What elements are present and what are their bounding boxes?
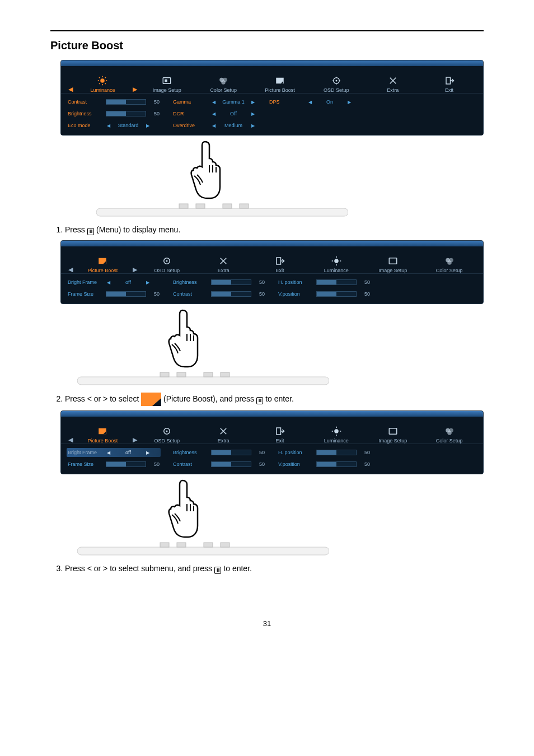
left-arrow-icon[interactable]: ◀	[211, 111, 217, 116]
svg-line-7	[99, 83, 100, 85]
right-arrow-icon[interactable]: ▶	[145, 123, 151, 128]
setting-value: 50	[360, 461, 370, 467]
tab-label: Color Setup	[210, 87, 237, 93]
svg-rect-26	[240, 204, 249, 208]
setting-value: 50	[255, 461, 265, 467]
tab-luminance[interactable]: Luminance	[308, 256, 364, 273]
nav-left-icon[interactable]: ◀	[67, 266, 74, 273]
slider[interactable]	[316, 291, 357, 297]
osd-setup-icon	[162, 426, 172, 436]
slider[interactable]	[316, 450, 357, 455]
setting-label: Frame Size	[68, 291, 102, 297]
osd-setup-icon	[331, 76, 341, 86]
tab-label: Luminance	[324, 438, 349, 444]
setting-value: 50	[149, 99, 160, 105]
setting-option: Gamma 1	[220, 99, 247, 105]
slider[interactable]	[211, 291, 251, 297]
tab-color-setup[interactable]: Color Setup	[421, 426, 477, 444]
setting-option: off	[115, 450, 142, 455]
right-arrow-icon[interactable]: ▶	[346, 100, 352, 105]
left-arrow-icon[interactable]: ◀	[106, 123, 111, 128]
osd-panel-picture-boost-selected: ◀ Picture Boost ▶ OSD Setup Extra Exit	[60, 410, 484, 474]
tab-picture-boost[interactable]: Picture Boost	[74, 426, 131, 444]
brightness-icon	[331, 426, 341, 436]
tab-extra[interactable]: Extra	[195, 426, 252, 444]
tab-luminance[interactable]: Luminance	[308, 426, 364, 444]
svg-line-8	[105, 77, 106, 78]
tab-exit[interactable]: Exit	[252, 426, 308, 444]
step-text: (Menu) to display menu.	[96, 225, 180, 234]
tab-image-setup[interactable]: Image Setup	[139, 76, 195, 93]
right-arrow-icon[interactable]: ▶	[250, 111, 256, 116]
nav-right-icon[interactable]: ▶	[131, 86, 139, 93]
nav-left-icon[interactable]: ◀	[67, 86, 74, 93]
slider[interactable]	[106, 111, 146, 116]
svg-rect-10	[165, 80, 168, 82]
slider[interactable]	[211, 450, 251, 455]
tab-osd-setup[interactable]: OSD Setup	[139, 256, 195, 273]
svg-rect-44	[221, 372, 229, 377]
setting-label: Contrast	[68, 99, 102, 105]
left-arrow-icon[interactable]: ◀	[106, 280, 111, 285]
right-arrow-icon[interactable]: ▶	[145, 280, 151, 285]
setting-label: Frame Size	[68, 461, 102, 467]
step-3: Press < or > to select submenu, and pres…	[65, 563, 484, 575]
right-arrow-icon[interactable]: ▶	[145, 450, 151, 455]
exit-icon	[275, 426, 285, 436]
tab-image-setup[interactable]: Image Setup	[364, 256, 421, 273]
tab-color-setup[interactable]: Color Setup	[195, 76, 252, 93]
tab-luminance[interactable]: Luminance	[74, 76, 131, 93]
svg-point-49	[334, 429, 339, 433]
slider[interactable]	[316, 461, 357, 467]
menu-button-icon: III	[214, 567, 222, 574]
tab-color-setup[interactable]: Color Setup	[421, 256, 477, 273]
slider[interactable]	[211, 279, 251, 285]
svg-rect-22	[96, 208, 348, 216]
slider[interactable]	[106, 291, 146, 297]
left-arrow-icon[interactable]: ◀	[211, 100, 217, 105]
left-arrow-icon[interactable]: ◀	[307, 100, 313, 105]
nav-left-icon[interactable]: ◀	[67, 436, 74, 444]
tab-label: Image Setup	[378, 268, 407, 273]
svg-rect-60	[177, 543, 186, 547]
nav-right-icon[interactable]: ▶	[131, 436, 139, 444]
svg-rect-42	[177, 372, 186, 377]
left-arrow-icon[interactable]: ◀	[211, 123, 217, 128]
tab-osd-setup[interactable]: OSD Setup	[308, 76, 364, 93]
slider[interactable]	[211, 461, 251, 467]
tab-extra[interactable]: Extra	[364, 76, 421, 93]
menu-button-icon: III	[87, 228, 95, 235]
tab-extra[interactable]: Extra	[195, 256, 252, 273]
slider[interactable]	[106, 99, 146, 105]
setting-label: Gamma	[173, 99, 208, 105]
tab-picture-boost[interactable]: Picture Boost	[252, 76, 308, 93]
svg-rect-48	[277, 428, 281, 435]
setting-label: DPS	[269, 99, 304, 105]
setting-value: 50	[360, 279, 370, 285]
svg-point-13	[221, 80, 226, 85]
right-arrow-icon[interactable]: ▶	[250, 100, 256, 105]
pointing-hand-icon	[189, 139, 223, 200]
left-arrow-icon[interactable]: ◀	[106, 450, 111, 455]
color-setup-icon	[444, 426, 455, 436]
nav-right-icon[interactable]: ▶	[131, 266, 139, 273]
hand-illustration	[60, 137, 484, 221]
tab-picture-boost[interactable]: Picture Boost	[74, 256, 131, 273]
image-setup-icon	[388, 256, 398, 266]
setting-value: 50	[255, 279, 265, 285]
tab-exit[interactable]: Exit	[252, 256, 308, 273]
slider[interactable]	[106, 461, 146, 467]
button-bar-icon	[96, 200, 348, 221]
highlighted-row[interactable]: Bright Frame◀off▶	[67, 448, 161, 457]
section-title: Picture Boost	[50, 39, 484, 52]
slider[interactable]	[316, 279, 357, 285]
tab-exit[interactable]: Exit	[421, 76, 477, 93]
setting-label: Eco mode	[68, 123, 102, 128]
tab-label: Color Setup	[436, 438, 463, 444]
right-arrow-icon[interactable]: ▶	[250, 123, 256, 128]
tab-osd-setup[interactable]: OSD Setup	[139, 426, 195, 444]
svg-rect-59	[160, 543, 169, 547]
tab-label: Picture Boost	[88, 268, 118, 273]
tab-image-setup[interactable]: Image Setup	[364, 426, 421, 444]
brightness-icon	[331, 256, 341, 266]
